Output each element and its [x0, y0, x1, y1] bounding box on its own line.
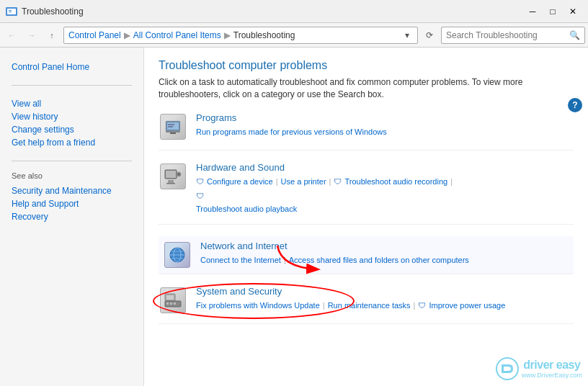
- up-button[interactable]: ↑: [43, 27, 61, 44]
- programs-desc: Run programs made for previous versions …: [196, 126, 387, 139]
- watermark: driver easy www.DriverEasy.com: [496, 357, 582, 380]
- hardware-icon: [160, 163, 186, 189]
- breadcrumb-troubleshooting: Troubleshooting: [233, 30, 295, 40]
- breadcrumb-control-panel[interactable]: Control Panel: [68, 30, 121, 40]
- main-container: Control Panel Home View all View history…: [0, 48, 588, 386]
- search-box[interactable]: 🔍: [441, 27, 585, 44]
- watermark-url: www.DriverEasy.com: [522, 372, 582, 379]
- minimize-button[interactable]: ─: [523, 4, 542, 19]
- network-icon: [164, 242, 190, 268]
- content-area: Troubleshoot computer problems Click on …: [144, 48, 588, 386]
- security-icon: [160, 287, 186, 313]
- forward-button[interactable]: →: [23, 27, 40, 44]
- sidebar-recovery[interactable]: Recovery: [12, 210, 132, 223]
- security-svg: [164, 291, 182, 310]
- pipe-2: |: [329, 176, 331, 189]
- troubleshoot-audio-playback-link[interactable]: Troubleshoot audio playback: [196, 203, 574, 216]
- sidebar-view-history[interactable]: View history: [12, 110, 132, 123]
- address-bar: ← → ↑ Control Panel ▶ All Control Panel …: [0, 23, 588, 48]
- run-maintenance-link[interactable]: Run maintenance tasks: [328, 300, 411, 313]
- watermark-text-area: driver easy www.DriverEasy.com: [522, 359, 582, 379]
- shield-icon-3: 🛡: [196, 190, 204, 203]
- category-network: Network and Internet Connect to the Inte…: [159, 236, 574, 274]
- network-icon-container: [163, 241, 192, 269]
- hardware-link-row2: 🛡 Troubleshoot audio playback: [196, 190, 574, 215]
- network-title[interactable]: Network and Internet: [200, 241, 569, 251]
- refresh-button[interactable]: ⟳: [421, 27, 438, 44]
- configure-device-link[interactable]: Configure a device: [207, 176, 273, 189]
- svg-point-13: [177, 173, 180, 176]
- category-security: System and Security Fix problems with Wi…: [159, 286, 574, 324]
- help-button[interactable]: ?: [568, 98, 582, 112]
- improve-power-link[interactable]: Improve power usage: [429, 300, 505, 313]
- watermark-logo-area: driver easy www.DriverEasy.com: [496, 357, 582, 380]
- shield-icon-2: 🛡: [334, 176, 342, 189]
- category-programs: Programs Run programs made for previous …: [159, 112, 574, 151]
- svg-rect-26: [174, 302, 176, 305]
- sep2: ▶: [224, 30, 231, 40]
- programs-title[interactable]: Programs: [196, 112, 574, 123]
- security-links: Fix problems with Windows Update | Run m…: [196, 300, 574, 313]
- svg-rect-2: [9, 10, 12, 11]
- breadcrumb-all-items[interactable]: All Control Panel Items: [133, 30, 221, 40]
- sidebar-top-section: Control Panel Home: [0, 55, 143, 79]
- maximize-button[interactable]: □: [543, 4, 562, 19]
- sidebar-change-settings[interactable]: Change settings: [12, 123, 132, 136]
- network-links: Connect to the Internet | Access shared …: [200, 254, 569, 267]
- sep1: ▶: [124, 30, 130, 40]
- search-icon[interactable]: 🔍: [569, 30, 580, 40]
- hardware-svg: [164, 167, 182, 186]
- pipe-1: |: [276, 176, 278, 189]
- close-button[interactable]: ✕: [564, 4, 582, 19]
- sidebar: Control Panel Home View all View history…: [0, 48, 144, 386]
- sidebar-view-all[interactable]: View all: [12, 97, 132, 110]
- hardware-title[interactable]: Hardware and Sound: [196, 162, 574, 173]
- access-shared-files-link[interactable]: Access shared files and folders on other…: [289, 254, 469, 267]
- search-input[interactable]: [446, 30, 569, 40]
- network-content: Network and Internet Connect to the Inte…: [200, 241, 569, 267]
- sidebar-get-help[interactable]: Get help from a friend: [12, 136, 132, 149]
- pipe-5: |: [323, 300, 325, 313]
- driver-easy-icon: [496, 357, 519, 380]
- watermark-brand: driver easy: [522, 359, 582, 372]
- title-bar: Troubleshooting ─ □ ✕: [0, 0, 588, 23]
- category-hardware: Hardware and Sound 🛡 Configure a device …: [159, 162, 574, 225]
- programs-icon-container: [159, 112, 187, 141]
- svg-rect-15: [166, 183, 175, 184]
- pipe-6: |: [414, 300, 416, 313]
- sidebar-control-panel-home[interactable]: Control Panel Home: [12, 60, 132, 73]
- sidebar-security-maintenance[interactable]: Security and Maintenance: [12, 184, 132, 197]
- sidebar-see-also-section: Security and Maintenance Help and Suppor…: [0, 183, 143, 229]
- security-title[interactable]: System and Security: [196, 286, 574, 297]
- window-title: Troubleshooting: [22, 6, 84, 17]
- back-button[interactable]: ←: [3, 27, 20, 44]
- programs-svg: [164, 118, 182, 135]
- address-box[interactable]: Control Panel ▶ All Control Panel Items …: [63, 27, 418, 44]
- page-description: Click on a task to automatically trouble…: [159, 76, 574, 101]
- pipe-3: |: [450, 176, 453, 189]
- svg-rect-14: [168, 180, 174, 183]
- breadcrumb: Control Panel ▶ All Control Panel Items …: [68, 30, 295, 40]
- sidebar-help-support[interactable]: Help and Support: [12, 197, 132, 210]
- troubleshoot-audio-link[interactable]: Troubleshoot audio recording: [344, 176, 447, 189]
- hardware-content: Hardware and Sound 🛡 Configure a device …: [196, 162, 574, 216]
- use-printer-link[interactable]: Use a printer: [281, 176, 326, 189]
- address-dropdown-button[interactable]: ▾: [401, 30, 413, 40]
- shield-icon-4: 🛡: [418, 300, 426, 313]
- title-bar-controls: ─ □ ✕: [523, 4, 582, 19]
- security-icon-container: [159, 286, 187, 315]
- hardware-icon-container: [159, 162, 187, 191]
- programs-content: Programs Run programs made for previous …: [196, 112, 574, 139]
- sidebar-links-section: View all View history Change settings Ge…: [0, 91, 143, 155]
- svg-rect-22: [166, 295, 174, 300]
- connect-internet-link[interactable]: Connect to the Internet: [200, 254, 281, 267]
- sidebar-divider-1: [12, 85, 132, 86]
- svg-rect-5: [167, 122, 179, 130]
- pipe-4: |: [284, 254, 286, 267]
- sidebar-divider-2: [12, 161, 132, 161]
- security-content: System and Security Fix problems with Wi…: [196, 286, 574, 313]
- shield-icon-1: 🛡: [196, 176, 204, 189]
- svg-rect-3: [9, 12, 12, 12]
- fix-windows-update-link[interactable]: Fix problems with Windows Update: [196, 300, 320, 313]
- programs-icon: [160, 114, 186, 140]
